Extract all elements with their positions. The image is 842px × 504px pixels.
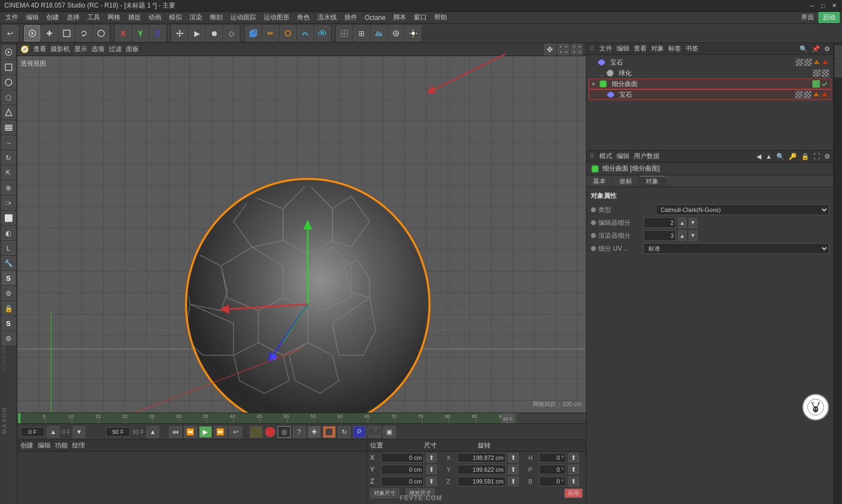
- menu-select[interactable]: 选择: [63, 12, 83, 23]
- props-prev-icon[interactable]: ◀: [756, 153, 761, 160]
- menu-window[interactable]: 窗口: [411, 12, 430, 23]
- left-tool-s2[interactable]: S: [2, 316, 16, 330]
- props-search-icon[interactable]: 🔍: [776, 153, 784, 160]
- menu-render[interactable]: 渲染: [186, 12, 206, 23]
- obj-vis-sphere-1[interactable]: [813, 69, 820, 77]
- left-tool-17[interactable]: ⚙: [2, 286, 16, 300]
- left-tool-7[interactable]: →: [2, 136, 16, 150]
- menu-character[interactable]: 角色: [294, 12, 313, 23]
- left-tool-3[interactable]: [2, 75, 16, 89]
- obj-panel-texture[interactable]: 纹理: [72, 441, 85, 450]
- coord-h-rot[interactable]: [539, 453, 566, 463]
- coord-p-spin[interactable]: ⬆: [568, 465, 579, 474]
- y-axis-btn[interactable]: Y: [132, 25, 148, 41]
- prop-render-subdiv-spinup[interactable]: ▲: [678, 230, 687, 241]
- frame-spin-up[interactable]: ▲: [47, 426, 60, 438]
- menu-create[interactable]: 创建: [43, 12, 62, 23]
- go-end-btn[interactable]: ↩: [229, 426, 242, 438]
- vp-menu-panel[interactable]: 面板: [126, 45, 139, 54]
- left-tool-2[interactable]: [2, 60, 16, 74]
- effector-btn[interactable]: [314, 25, 330, 41]
- left-tool-5[interactable]: [2, 105, 16, 119]
- props-key-icon[interactable]: 🔑: [789, 153, 797, 160]
- props-lock-icon[interactable]: 🔒: [801, 153, 809, 160]
- obj-row-gem2[interactable]: 宝石: [589, 89, 831, 100]
- interface-label[interactable]: 界面: [798, 12, 817, 23]
- left-tool-14[interactable]: L: [2, 241, 16, 255]
- light-btn[interactable]: [405, 25, 421, 41]
- vp-menu-options[interactable]: 选项: [91, 45, 104, 54]
- menu-help[interactable]: 帮助: [431, 12, 450, 23]
- mode-btn-8[interactable]: ⬛⬛: [368, 426, 381, 438]
- mode-btn-5[interactable]: ⬛: [323, 426, 336, 438]
- rotate-btn[interactable]: [76, 25, 92, 41]
- vp-compass-icon[interactable]: 🧭: [20, 45, 29, 53]
- menu-octane[interactable]: Octane: [362, 13, 389, 23]
- coord-b-rot[interactable]: [539, 477, 566, 486]
- sphere-btn[interactable]: [93, 25, 109, 41]
- mode-btn-6[interactable]: ↻: [338, 426, 351, 438]
- frame-end-input1[interactable]: [106, 427, 130, 437]
- menu-simulate[interactable]: 模拟: [166, 12, 185, 23]
- obj-mgr-settings-icon[interactable]: ⚙: [824, 45, 830, 53]
- record-btn[interactable]: ⏺: [206, 25, 222, 41]
- obj-row-gem1[interactable]: 宝石: [589, 57, 831, 68]
- props-edit-menu[interactable]: 编辑: [617, 152, 629, 161]
- props-tab-object[interactable]: 对象: [639, 176, 666, 187]
- coord-z-pos[interactable]: [381, 477, 424, 486]
- left-tool-lock[interactable]: 🔒: [2, 301, 16, 315]
- obj-vis-btn-gem1-2[interactable]: [804, 59, 812, 66]
- obj-panel-func[interactable]: 功能: [55, 441, 68, 450]
- x-axis-btn[interactable]: X: [115, 25, 131, 41]
- view1-btn[interactable]: [336, 25, 352, 41]
- mode-btn-2[interactable]: ◎: [278, 426, 291, 438]
- menu-tools[interactable]: 工具: [84, 12, 103, 23]
- play-btn-2[interactable]: ▶: [199, 426, 212, 438]
- menu-edit[interactable]: 编辑: [23, 12, 42, 23]
- obj-mgr-file[interactable]: 文件: [599, 44, 612, 53]
- move-btn[interactable]: [172, 25, 188, 41]
- coord-x-size[interactable]: [457, 453, 506, 463]
- undo-btn[interactable]: ↩: [2, 25, 18, 41]
- view4-btn[interactable]: [388, 25, 404, 41]
- left-tool-12[interactable]: ⬜: [2, 211, 16, 225]
- coord-x-size-spin[interactable]: ⬆: [508, 453, 519, 463]
- prop-editor-subdiv-spinup[interactable]: ▲: [678, 217, 687, 228]
- viewport[interactable]: 透视视图: [17, 56, 586, 413]
- obj-vis-subdiv-1[interactable]: [812, 80, 820, 88]
- left-tool-15[interactable]: 🔧: [2, 256, 16, 270]
- left-tool-11[interactable]: □▪: [2, 196, 16, 210]
- coord-x-pos-spin[interactable]: ⬆: [426, 453, 437, 463]
- props-up-icon[interactable]: ▲: [766, 153, 772, 160]
- minimize-btn[interactable]: ─: [809, 2, 816, 10]
- mode-btn-7[interactable]: P: [353, 426, 366, 438]
- vp-move-btn[interactable]: ✥: [544, 44, 556, 55]
- coord-y-size-spin[interactable]: ⬆: [508, 465, 519, 474]
- menu-anim[interactable]: 动画: [145, 12, 165, 23]
- obj-mgr-bookmarks[interactable]: 书签: [685, 44, 698, 53]
- obj-vis-sphere-2[interactable]: [822, 69, 829, 77]
- props-userdata-menu[interactable]: 用户数据: [634, 152, 660, 161]
- menu-pipeline[interactable]: 流水线: [314, 12, 340, 23]
- obj-mgr-pin-icon[interactable]: 📌: [812, 45, 820, 53]
- vp-zoom-btn[interactable]: ⛶: [557, 44, 569, 55]
- right-side-collapse-btn[interactable]: ⋮: [834, 45, 842, 77]
- coord-z-size-spin[interactable]: ⬆: [508, 477, 519, 486]
- menu-mesh[interactable]: 网格: [104, 12, 124, 23]
- deformer-btn[interactable]: [297, 25, 313, 41]
- menu-sculpt[interactable]: 雕刻: [207, 12, 226, 23]
- prop-render-subdiv-spindn[interactable]: ▼: [689, 230, 697, 241]
- menu-script[interactable]: 脚本: [390, 12, 409, 23]
- prop-uv-subdiv-select[interactable]: 标准: [643, 243, 829, 254]
- props-tab-basic[interactable]: 基本: [586, 176, 613, 187]
- box-btn[interactable]: [59, 25, 75, 41]
- absolute-size-btn[interactable]: 绝对尺寸: [406, 488, 435, 498]
- frame-spin-dn[interactable]: ▼: [73, 426, 86, 438]
- menu-plugins[interactable]: 插件: [341, 12, 360, 23]
- nurbs-btn[interactable]: [280, 25, 296, 41]
- obj-mgr-search-icon[interactable]: 🔍: [799, 45, 808, 53]
- play-btn[interactable]: ▶: [189, 25, 205, 41]
- obj-mgr-tags[interactable]: 标签: [668, 44, 681, 53]
- coord-h-spin[interactable]: ⬆: [568, 453, 579, 463]
- close-btn[interactable]: ✕: [830, 2, 838, 10]
